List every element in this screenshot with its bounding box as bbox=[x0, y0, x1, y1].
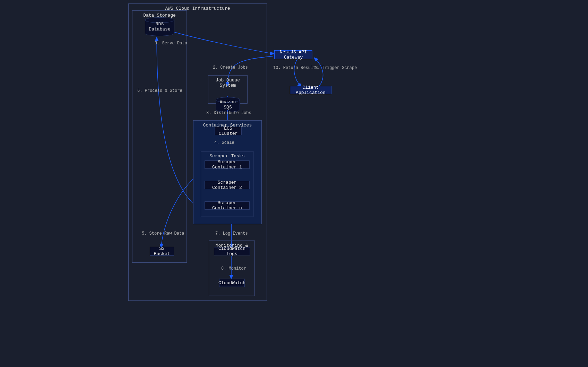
edge-label-9: 9. Serve Data bbox=[155, 41, 187, 46]
subgraph-queue-title: Job Queue System bbox=[208, 78, 247, 88]
edge-label-3: 3. Distribute Jobs bbox=[206, 111, 251, 115]
edge-label-10: 10. Return Results bbox=[273, 65, 318, 70]
node-cloudwatch: CloudWatch bbox=[219, 279, 245, 287]
node-client: Client Application bbox=[290, 86, 331, 94]
edge-label-4: 4. Scale bbox=[214, 140, 234, 145]
node-scraper-2: Scraper Container 2 bbox=[205, 181, 250, 189]
node-api-gateway: NestJS API Gateway bbox=[274, 50, 312, 59]
subgraph-storage: Data Storage bbox=[132, 10, 187, 263]
node-scraper-1: Scraper Container 1 bbox=[205, 160, 250, 169]
node-scraper-n: Scraper Container n bbox=[205, 201, 250, 210]
node-ecs: ECS Cluster bbox=[215, 127, 242, 135]
edge-label-8: 8. Monitor bbox=[221, 266, 246, 271]
node-sqs: Amazon SQS bbox=[216, 99, 240, 110]
edge-label-5: 5. Store Raw Data bbox=[142, 231, 184, 236]
node-rds: RDS Database bbox=[145, 20, 174, 34]
edge-label-7: 7. Log Events bbox=[215, 231, 248, 236]
node-logs: CloudWatch Logs bbox=[214, 247, 250, 255]
subgraph-tasks-title: Scraper Tasks bbox=[201, 154, 253, 159]
node-rds-label: RDS Database bbox=[145, 21, 174, 32]
node-s3: S3 Bucket bbox=[150, 247, 174, 256]
edge-label-2: 2. Create Jobs bbox=[213, 65, 248, 70]
edge-label-6: 6. Process & Store bbox=[137, 88, 182, 93]
node-sqs-label: Amazon SQS bbox=[216, 99, 240, 110]
edge-label-1: 1. Trigger Scrape bbox=[314, 65, 357, 70]
